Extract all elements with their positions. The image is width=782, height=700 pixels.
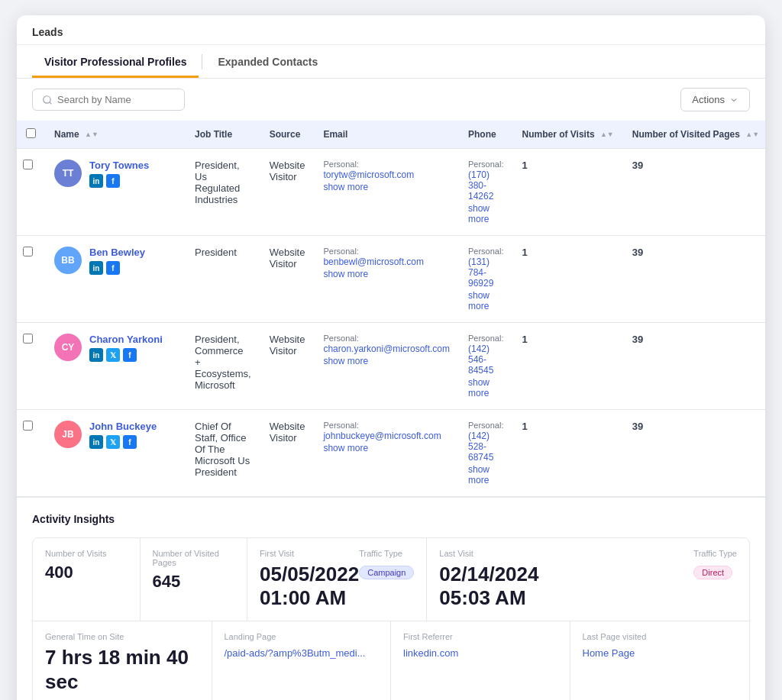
email-link[interactable]: charon.yarkoni@microsoft.com: [323, 344, 450, 354]
email-link[interactable]: torytw@microsoft.com: [323, 169, 450, 180]
name-cell: CYCharon Yarkoniin𝕏f: [45, 323, 186, 410]
stat-referrer-label: First Referrer: [403, 632, 557, 641]
tabs-bar: Visitor Professional Profiles Expanded C…: [17, 45, 765, 79]
phone-link[interactable]: (142) 528-68745: [468, 431, 503, 463]
table-row: TTTory TownesinfPresident, Us Regulated …: [17, 149, 765, 236]
search-icon: [42, 95, 53, 105]
phone-cell: Personal:(142) 528-68745show more: [459, 410, 512, 497]
stat-traffic-type-label-1: Traffic Type: [359, 549, 414, 558]
sort-name-icon[interactable]: ▲▼: [85, 131, 99, 138]
row-checkbox[interactable]: [23, 160, 33, 169]
visits-cell: 1: [512, 410, 622, 497]
facebook-icon[interactable]: f: [106, 261, 120, 275]
row-checkbox-cell: [17, 236, 45, 323]
row-checkbox[interactable]: [23, 421, 33, 431]
email-cell: Personal:benbewl@microsoft.comshow more: [314, 236, 459, 323]
main-card: Leads Visitor Professional Profiles Expa…: [17, 15, 765, 700]
social-icons: inf: [89, 261, 145, 275]
facebook-icon[interactable]: f: [123, 435, 137, 449]
phone-link[interactable]: (131) 784-96929: [468, 256, 503, 289]
avatar: JB: [54, 421, 82, 448]
row-checkbox-cell: [17, 323, 45, 410]
search-box[interactable]: [32, 89, 185, 111]
job-title-cell: President: [186, 236, 260, 323]
email-cell: Personal:torytw@microsoft.comshow more: [314, 149, 459, 236]
th-pages: Number of Visited Pages ▲▼: [623, 121, 765, 149]
stat-last-visit-value: 02/14/202405:03 AM: [439, 563, 538, 610]
social-icons: inf: [89, 174, 149, 188]
select-all-checkbox[interactable]: [26, 128, 36, 138]
person-name[interactable]: Ben Bewley: [89, 247, 145, 258]
facebook-icon[interactable]: f: [123, 348, 137, 362]
linkedin-icon[interactable]: in: [89, 261, 103, 275]
stat-landing-page: Landing Page /paid-ads/?amp%3Butm_medi..…: [212, 621, 392, 700]
linkedin-icon[interactable]: in: [89, 174, 103, 188]
facebook-icon[interactable]: f: [106, 174, 120, 188]
row-checkbox-cell: [17, 410, 45, 497]
stat-pages-label: Number of Visited Pages: [153, 549, 235, 567]
table-header-row: Name ▲▼ Job Title Source Email Phone Num…: [17, 121, 765, 149]
phone-show-more[interactable]: show more: [468, 377, 503, 398]
activity-stats: Number of Visits 400 Number of Visited P…: [32, 537, 750, 700]
row-checkbox-cell: [17, 149, 45, 236]
last-page-link[interactable]: Home Page: [583, 647, 635, 659]
phone-show-more[interactable]: show more: [468, 464, 503, 485]
activity-row1: Number of Visits 400 Number of Visited P…: [33, 538, 749, 621]
phone-link[interactable]: (170) 380-14262: [468, 169, 503, 202]
sort-pages-icon[interactable]: ▲▼: [745, 131, 759, 138]
person-name[interactable]: John Buckeye: [89, 421, 157, 432]
name-cell: TTTory Townesinf: [45, 149, 186, 236]
person-name[interactable]: Tory Townes: [89, 160, 149, 171]
name-cell: BBBen Bewleyinf: [45, 236, 186, 323]
email-show-more[interactable]: show more: [323, 182, 450, 192]
page-title: Leads: [17, 15, 765, 45]
actions-button[interactable]: Actions: [680, 88, 750, 111]
person-name[interactable]: Charon Yarkoni: [89, 334, 163, 345]
row-checkbox[interactable]: [23, 334, 33, 344]
avatar: CY: [54, 334, 82, 361]
stat-last-visit-label: Last Visit: [439, 549, 538, 558]
phone-show-more[interactable]: show more: [468, 290, 503, 311]
email-show-more[interactable]: show more: [323, 356, 450, 366]
sort-visits-icon[interactable]: ▲▼: [600, 131, 614, 138]
tab-expanded-contacts[interactable]: Expanded Contacts: [205, 45, 330, 78]
landing-page-link[interactable]: /paid-ads/?amp%3Butm_medi...: [225, 647, 366, 659]
linkedin-icon[interactable]: in: [89, 348, 103, 362]
email-link[interactable]: benbewl@microsoft.com: [323, 256, 450, 267]
email-link[interactable]: johnbuckeye@microsoft.com: [323, 431, 450, 441]
phone-show-more[interactable]: show more: [468, 203, 503, 224]
stat-pages-value: 645: [153, 572, 235, 592]
stat-first-visit: First Visit 05/05/202201:00 AM Traffic T…: [247, 538, 427, 621]
stat-visits: Number of Visits 400: [33, 538, 141, 621]
avatar: BB: [54, 247, 82, 274]
twitter-icon[interactable]: 𝕏: [106, 348, 120, 362]
stat-first-referrer: First Referrer linkedin.com: [391, 621, 570, 700]
activity-title: Activity Insights: [32, 513, 750, 525]
stat-time-label: General Time on Site: [45, 632, 199, 641]
search-input[interactable]: [57, 94, 175, 105]
email-show-more[interactable]: show more: [323, 269, 450, 279]
phone-cell: Personal:(131) 784-96929show more: [459, 236, 512, 323]
phone-label: Personal:: [468, 160, 503, 169]
stat-last-visit: Last Visit 02/14/202405:03 AM Traffic Ty…: [427, 538, 749, 621]
linkedin-icon[interactable]: in: [89, 435, 103, 449]
twitter-icon[interactable]: 𝕏: [106, 435, 120, 449]
activity-row2: General Time on Site 7 hrs 18 min 40 sec…: [33, 621, 749, 700]
stat-visits-label: Number of Visits: [45, 549, 128, 558]
stat-traffic-type-label-2: Traffic Type: [693, 549, 737, 558]
email-show-more[interactable]: show more: [323, 443, 450, 453]
row-checkbox[interactable]: [23, 247, 33, 256]
stat-landing-label: Landing Page: [225, 632, 379, 641]
th-job-title: Job Title: [186, 121, 260, 149]
phone-link[interactable]: (142) 546-84545: [468, 344, 503, 376]
stat-last-page-label: Last Page visited: [583, 632, 738, 641]
name-cell: JBJohn Buckeyein𝕏f: [45, 410, 186, 497]
tab-visitor-profiles[interactable]: Visitor Professional Profiles: [32, 45, 199, 78]
first-referrer-link[interactable]: linkedin.com: [403, 647, 458, 659]
stat-last-page: Last Page visited Home Page: [570, 621, 750, 700]
stat-first-visit-label: First Visit: [260, 549, 359, 558]
email-label: Personal:: [323, 334, 450, 343]
table-wrap: Name ▲▼ Job Title Source Email Phone Num…: [17, 121, 765, 497]
th-phone: Phone: [459, 121, 512, 149]
email-cell: Personal:charon.yarkoni@microsoft.comsho…: [314, 323, 459, 410]
